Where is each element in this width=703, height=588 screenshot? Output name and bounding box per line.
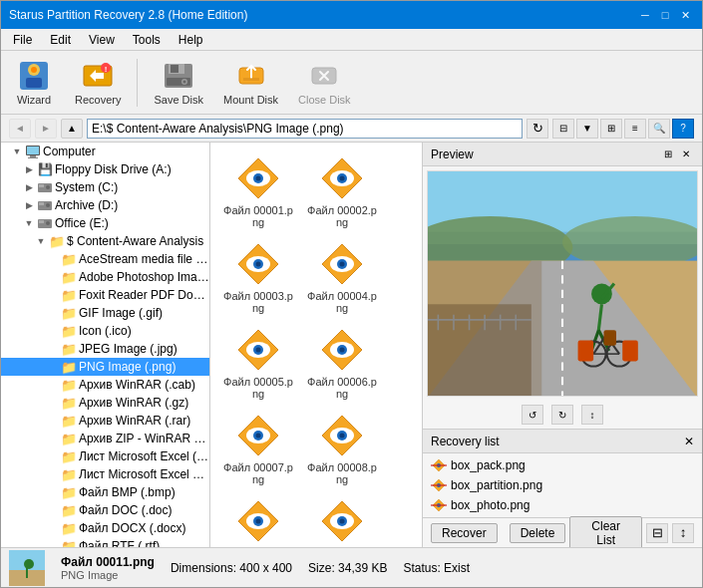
file-label-8: Файл 00008.png — [306, 461, 378, 485]
tree-item-bmp[interactable]: 📁 Файл BMP (.bmp) — [1, 483, 209, 501]
recovery-list-item[interactable]: box_photo.png — [423, 495, 702, 515]
file-label-1: Файл 00001.png — [222, 204, 294, 228]
tree-item-png[interactable]: 📁 PNG Image (.png) — [1, 358, 209, 376]
tree-item-system-c[interactable]: ▶ System (C:) — [1, 178, 209, 196]
file-icon-10 — [318, 497, 366, 545]
mount-disk-label: Mount Disk — [223, 94, 278, 106]
view-btn-1[interactable]: ⊟ — [552, 119, 574, 139]
recovery-list-item[interactable]: box_pack.png — [423, 455, 702, 475]
tree-item-foxit[interactable]: 📁 Foxit Reader PDF Documer — [1, 286, 209, 304]
minimize-button[interactable]: ─ — [636, 7, 654, 23]
svg-rect-102 — [622, 341, 638, 362]
rotate-right-button[interactable]: ↻ — [551, 405, 573, 425]
tree-item-zip[interactable]: 📁 Архив ZIP - WinRAR (.zip) — [1, 430, 209, 447]
folder-docx-icon: 📁 — [61, 520, 77, 536]
go-button[interactable]: ↻ — [527, 119, 548, 139]
list-item[interactable]: Файл 00010.png — [302, 493, 382, 547]
tree-item-office-e[interactable]: ▼ Office (E:) — [1, 214, 209, 232]
svg-rect-27 — [39, 202, 44, 205]
preview-close-button[interactable]: ✕ — [678, 147, 694, 162]
tree-item-winrar-gz[interactable]: 📁 Архив WinRAR (.gz) — [1, 394, 209, 412]
tree-item-floppy[interactable]: ▶ 💾 Floppy Disk Drive (A:) — [1, 160, 209, 178]
preview-expand-button[interactable]: ⊞ — [660, 147, 676, 162]
tree-item-photoshop[interactable]: 📁 Adobe Photoshop Image.1 — [1, 268, 209, 286]
tree-item-jpeg[interactable]: 📁 JPEG Image (.jpg) — [1, 340, 209, 358]
folder-excel-97-icon: 📁 — [61, 466, 77, 482]
tree-item-rtf[interactable]: 📁 Файл RTF (.rtf) — [1, 537, 209, 547]
main-window: Starus Partition Recovery 2.8 (Home Edit… — [0, 0, 703, 588]
wizard-button[interactable]: Wizard — [9, 58, 59, 108]
recover-button[interactable]: Recover — [431, 523, 498, 543]
file-icon-6 — [318, 326, 366, 374]
sort-button-2[interactable]: ↕ — [672, 523, 694, 543]
tree-item-excel-xlsx[interactable]: 📁 Лист Microsoft Excel (.xlsx) — [1, 447, 209, 465]
svg-point-40 — [340, 176, 345, 181]
list-item[interactable]: Файл 00009.png — [218, 493, 298, 547]
list-item[interactable]: Файл 00002.png — [302, 150, 382, 232]
tree-item-excel-97[interactable]: 📁 Лист Microsoft Excel 97-20 — [1, 465, 209, 483]
svg-point-13 — [183, 80, 186, 83]
search-button[interactable]: 🔍 — [648, 119, 670, 139]
tree-label-png: PNG Image (.png) — [79, 360, 176, 374]
list-item[interactable]: Файл 00003.png — [218, 236, 298, 318]
menu-help[interactable]: Help — [171, 31, 211, 48]
view-btn-3[interactable]: ≡ — [624, 119, 646, 139]
status-filetype: PNG Image — [61, 569, 155, 581]
close-disk-button[interactable]: Close Disk — [294, 58, 355, 108]
list-item[interactable]: Файл 00005.png — [218, 322, 298, 404]
tree-item-acestream[interactable]: 📁 AceStream media file (.mp — [1, 250, 209, 268]
wizard-label: Wizard — [17, 94, 51, 106]
menu-view[interactable]: View — [81, 31, 123, 48]
svg-rect-113 — [431, 464, 447, 466]
list-item[interactable]: Файл 00008.png — [302, 408, 382, 489]
file-grid: Файл 00001.png Файл 00002.png Фа — [210, 143, 423, 547]
recovery-button[interactable]: ! Recovery — [71, 58, 125, 108]
tree-item-doc[interactable]: 📁 Файл DOC (.doc) — [1, 501, 209, 519]
recovery-list-close-button[interactable]: ✕ — [684, 435, 694, 448]
tree-item-computer[interactable]: ▼ Computer — [1, 143, 209, 160]
menu-tools[interactable]: Tools — [125, 31, 169, 48]
flip-button[interactable]: ↕ — [581, 405, 603, 425]
floppy-icon: 💾 — [37, 161, 53, 177]
list-item[interactable]: Файл 00001.png — [218, 150, 298, 232]
tree-label-system-c: System (C:) — [55, 180, 118, 194]
menu-edit[interactable]: Edit — [42, 31, 79, 48]
tree-item-docx[interactable]: 📁 Файл DOCX (.docx) — [1, 519, 209, 537]
tree-item-winrar-cab[interactable]: 📁 Архив WinRAR (.cab) — [1, 376, 209, 394]
status-bar: Файл 00011.png PNG Image Dimensions: 400… — [1, 547, 702, 587]
sort-button-1[interactable]: ⊟ — [646, 523, 668, 543]
mount-disk-button[interactable]: Mount Disk — [219, 58, 282, 108]
help-button[interactable]: ? — [672, 119, 694, 139]
file-icon-7 — [234, 412, 282, 459]
recovery-list-item[interactable]: box_partition.png — [423, 475, 702, 495]
clear-list-button[interactable]: Clear List — [569, 516, 642, 548]
svg-rect-103 — [604, 330, 616, 346]
expand-icon-archive-d: ▶ — [21, 200, 37, 210]
tree-item-content-aware[interactable]: ▼ 📁 $ Content-Aware Analysis — [1, 232, 209, 250]
svg-point-72 — [340, 519, 345, 524]
forward-button[interactable]: ► — [35, 119, 57, 139]
back-button[interactable]: ◄ — [9, 119, 31, 139]
save-disk-button[interactable]: Save Disk — [150, 58, 207, 108]
maximize-button[interactable]: □ — [656, 7, 674, 23]
tree-item-winrar-rar[interactable]: 📁 Архив WinRAR (.rar) — [1, 412, 209, 430]
list-item[interactable]: Файл 00004.png — [302, 236, 382, 318]
list-item[interactable]: Файл 00006.png — [302, 322, 382, 404]
file-label-7: Файл 00007.png — [222, 461, 294, 485]
filter-btn[interactable]: ▼ — [576, 119, 598, 139]
view-btn-2[interactable]: ⊞ — [600, 119, 622, 139]
svg-rect-22 — [28, 157, 38, 158]
close-button[interactable]: ✕ — [676, 7, 694, 23]
folder-gif-icon: 📁 — [61, 305, 77, 321]
rotate-left-button[interactable]: ↺ — [522, 405, 543, 425]
tree-item-archive-d[interactable]: ▶ Archive (D:) — [1, 196, 209, 214]
list-item[interactable]: Файл 00007.png — [218, 408, 298, 489]
address-input[interactable] — [87, 119, 523, 139]
menu-file[interactable]: File — [5, 31, 40, 48]
tree-item-ico[interactable]: 📁 Icon (.ico) — [1, 322, 209, 340]
drive-d-icon — [37, 197, 53, 213]
up-button[interactable]: ▲ — [61, 119, 83, 139]
delete-button[interactable]: Delete — [510, 523, 566, 543]
folder-content-aware-icon: 📁 — [49, 233, 65, 249]
tree-item-gif[interactable]: 📁 GIF Image (.gif) — [1, 304, 209, 322]
